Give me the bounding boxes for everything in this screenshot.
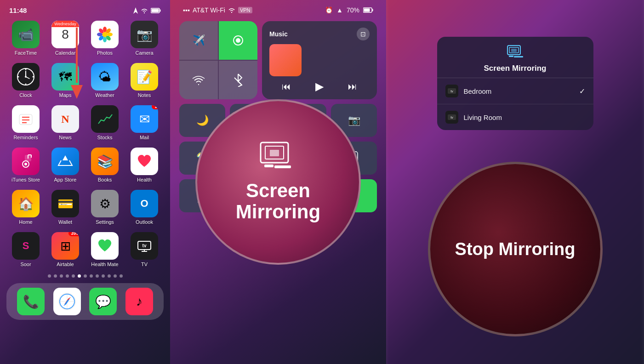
- stocks-label: Stocks: [97, 135, 112, 140]
- weather-icon: 🌤: [91, 63, 119, 91]
- maps-icon: 🗺: [51, 63, 79, 91]
- wallet-icon: 💳: [51, 190, 79, 217]
- stocks-icon: [91, 105, 119, 133]
- app-maps[interactable]: 🗺 Maps: [49, 63, 82, 98]
- facetime-label: FaceTime: [15, 50, 37, 56]
- cc-status-bar: ▪▪▪ AT&T Wi-Fi VPN ⏰ ▲ 70%: [170, 0, 386, 17]
- mirroring-panel-title: Screen Mirroring: [484, 64, 546, 73]
- svg-rect-86: [514, 56, 523, 57]
- app-settings[interactable]: ⚙ Settings: [88, 190, 121, 225]
- stop-mirroring-button[interactable]: Stop Mirroring: [428, 162, 603, 336]
- svg-rect-48: [364, 9, 370, 12]
- page-dots: [0, 271, 170, 281]
- wallet-label: Wallet: [58, 219, 72, 225]
- airplane-mode-tile[interactable]: ✈️: [179, 21, 218, 60]
- iphone-home-screen: 11:48 📹 FaceTime Wednesday: [0, 0, 170, 364]
- books-label: Books: [98, 177, 112, 182]
- appstore-icon: [51, 148, 79, 175]
- camera-label: Camera: [135, 50, 153, 56]
- mirroring-panel-header: Screen Mirroring: [437, 37, 593, 78]
- messages-icon: 💬: [89, 288, 117, 315]
- app-stocks[interactable]: Stocks: [88, 105, 121, 140]
- calendar-icon: Wednesday 8: [51, 21, 79, 48]
- app-reminders[interactable]: Reminders: [9, 105, 42, 140]
- svg-point-22: [33, 76, 34, 78]
- svg-text:tv: tv: [142, 243, 147, 248]
- play-button[interactable]: ▶: [315, 80, 324, 93]
- bedroom-device-name: Bedroom: [464, 87, 574, 95]
- phone-icon: 📞: [17, 288, 45, 315]
- wifi-tile[interactable]: [179, 61, 218, 99]
- app-camera[interactable]: 📷 Camera: [128, 21, 161, 56]
- cc-wifi-icon: [228, 7, 235, 13]
- airplay-icon[interactable]: ⊡: [357, 28, 370, 40]
- app-facetime[interactable]: 📹 FaceTime: [9, 21, 42, 56]
- mirroring-device-livingroom[interactable]: tv Living Room: [437, 104, 593, 130]
- app-itunes[interactable]: iTunes Store: [9, 148, 42, 182]
- dock-safari[interactable]: [53, 288, 81, 315]
- app-tv[interactable]: tv TV: [128, 232, 161, 267]
- svg-point-20: [25, 84, 27, 85]
- app-wallet[interactable]: 💳 Wallet: [49, 190, 82, 225]
- app-healthmate[interactable]: Health Mate: [88, 232, 121, 267]
- music-content: [269, 44, 370, 76]
- dot-9: [96, 274, 99, 278]
- app-calendar[interactable]: Wednesday 8 Calendar: [49, 21, 82, 56]
- dot-2: [54, 274, 57, 278]
- app-mail[interactable]: ✉ 1 Mail: [128, 105, 161, 140]
- next-button[interactable]: ⏭: [348, 81, 357, 92]
- settings-icon: ⚙: [91, 190, 119, 217]
- svg-text:N: N: [61, 113, 69, 125]
- calendar-label: Calendar: [55, 50, 76, 56]
- cc-signal: ▪▪▪: [183, 6, 190, 14]
- app-outlook[interactable]: O Outlook: [128, 190, 161, 225]
- clock-label: Clock: [19, 92, 32, 98]
- bluetooth-tile[interactable]: [219, 61, 257, 99]
- dot-10: [102, 274, 105, 278]
- app-home[interactable]: 🏠 Home: [9, 190, 42, 225]
- battery-icon: [151, 8, 161, 13]
- app-airtable[interactable]: 399 ⊞ Airtable: [49, 232, 82, 267]
- status-time: 11:48: [9, 6, 27, 14]
- reminders-label: Reminders: [13, 135, 38, 140]
- news-icon: N: [51, 105, 79, 133]
- dock-messages[interactable]: 💬: [89, 288, 117, 315]
- dock-music[interactable]: ♪: [125, 288, 153, 315]
- health-label: Health: [137, 177, 152, 182]
- app-clock[interactable]: Clock: [9, 63, 42, 98]
- app-photos[interactable]: Photos: [88, 21, 121, 56]
- mirroring-device-bedroom[interactable]: tv Bedroom ✓: [437, 78, 593, 104]
- app-appstore[interactable]: App Store: [49, 148, 82, 182]
- music-tile[interactable]: Music ⊡ ⏮ ▶ ⏭: [262, 21, 377, 99]
- home-icon: 🏠: [12, 190, 40, 217]
- location-icon: [133, 7, 138, 14]
- cc-row-1: ✈️ Music ⊡: [179, 21, 377, 99]
- svg-rect-4: [160, 9, 161, 11]
- svg-rect-85: [509, 56, 513, 57]
- app-weather[interactable]: 🌤 Weather: [88, 63, 121, 98]
- weather-label: Weather: [95, 92, 114, 98]
- cellular-tile[interactable]: [219, 21, 257, 60]
- app-notes[interactable]: 📝 Notes: [128, 63, 161, 98]
- svg-rect-47: [372, 9, 373, 11]
- app-soor[interactable]: S Soor: [9, 232, 42, 267]
- app-health[interactable]: Health: [128, 148, 161, 182]
- dock-phone[interactable]: 📞: [17, 288, 45, 315]
- screen-mirroring-circle[interactable]: ScreenMirroring: [195, 99, 361, 265]
- cc-right-status: ⏰ ▲ 70%: [325, 6, 373, 14]
- app-dock: 📞 💬 ♪: [6, 283, 164, 320]
- app-books[interactable]: 📚 Books: [88, 148, 121, 182]
- vpn-badge: VPN: [238, 7, 252, 13]
- status-icons: [133, 7, 161, 14]
- svg-marker-2: [133, 7, 138, 14]
- mail-label: Mail: [140, 135, 149, 140]
- app-news[interactable]: N News: [49, 105, 82, 140]
- svg-rect-5: [152, 9, 159, 12]
- stop-mirroring-screen: Screen Mirroring tv Bedroom ✓ tv Living …: [386, 0, 644, 364]
- dot-13: [120, 274, 123, 278]
- prev-button[interactable]: ⏮: [282, 81, 291, 92]
- cc-carrier: AT&T Wi-Fi: [193, 6, 225, 14]
- svg-rect-81: [274, 165, 291, 168]
- status-bar: 11:48: [0, 0, 170, 17]
- soor-icon: S: [12, 232, 40, 260]
